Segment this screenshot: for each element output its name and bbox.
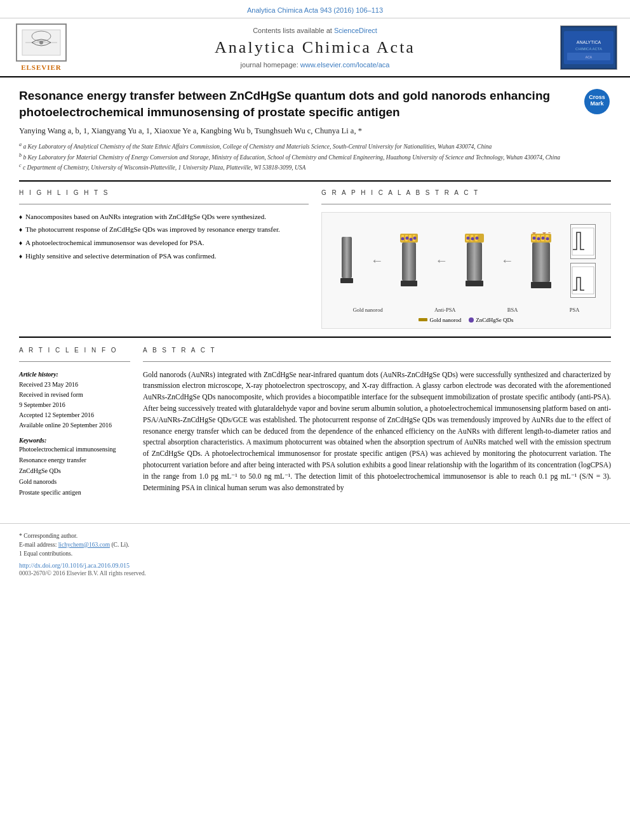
elsevier-graphic: [16, 23, 67, 62]
info-abstract-row: A R T I C L E I N F O Article history: R…: [19, 347, 611, 498]
svg-rect-45: [531, 282, 551, 288]
elsevier-text: ELSEVIER: [21, 63, 62, 71]
crossmark-badge[interactable]: Cross Mark: [583, 88, 611, 116]
page-footer: * Corresponding author. E-mail address: …: [0, 523, 630, 585]
footer-note: * Corresponding author. E-mail address: …: [19, 531, 611, 559]
bullet-2: ♦: [19, 225, 22, 235]
keyword-5: Prostate specific antigen: [19, 487, 130, 498]
legend-nanorods: Gold nanorod: [419, 317, 461, 323]
arrow-1: ←: [371, 253, 384, 268]
bullet-3: ♦: [19, 239, 22, 248]
arrow-3: ←: [501, 253, 514, 268]
journal-name-top: Analytica Chimica Acta 943 (2016) 106–11…: [247, 6, 383, 14]
highlight-item-3: ♦ A photoelectrochemical immunosensor wa…: [19, 238, 309, 248]
graphical-abstract-heading: G R A P H I C A L A B S T R A C T: [321, 189, 611, 196]
svg-point-23: [401, 237, 405, 241]
svg-point-35: [475, 237, 478, 240]
svg-point-33: [466, 237, 469, 240]
homepage-line: journal homepage: www.elsevier.com/locat…: [83, 61, 547, 69]
svg-point-24: [406, 237, 409, 240]
svg-rect-32: [466, 281, 483, 286]
svg-point-34: [471, 237, 474, 241]
svg-text:Mark: Mark: [590, 100, 604, 107]
header-band: ELSEVIER Contents lists available at Sci…: [0, 18, 630, 77]
ga-diagram: ←: [327, 218, 605, 304]
svg-point-53: [547, 232, 551, 233]
highlights-list: ♦ Nanocomposites based on AuNRs integrat…: [19, 212, 309, 262]
highlights-divider: [19, 204, 309, 204]
middle-divider: [19, 337, 611, 338]
ga-label-1: Gold nanorod: [353, 307, 383, 313]
legend-qds-label: ZnCdHgSe QDs: [476, 317, 513, 323]
crossmark-circle: Cross Mark: [584, 89, 610, 114]
svg-point-26: [413, 237, 417, 240]
corresponding-note: * Corresponding author.: [19, 531, 611, 540]
ga-labels: Gold nanorod Anti-PSA BSA PSA: [327, 307, 605, 313]
affiliation-c: c c Department of Chemistry, University …: [19, 162, 575, 172]
graphical-abstract-box: ←: [321, 212, 611, 329]
journal-header-bar: Analytica Chimica Acta 943 (2016) 106–11…: [0, 0, 630, 18]
ga-content: ←: [327, 218, 605, 323]
doi-link[interactable]: http://dx.doi.org/10.1016/j.aca.2016.09.…: [19, 562, 130, 569]
legend-rod-icon: [419, 318, 427, 321]
svg-text:ACA: ACA: [586, 55, 593, 59]
svg-point-3: [39, 41, 43, 44]
svg-point-46: [533, 236, 536, 239]
ga-label-4: PSA: [570, 307, 580, 313]
electrode-4: [527, 232, 555, 290]
waveform-before: [570, 224, 596, 259]
history-label: Article history:: [19, 370, 130, 380]
keyword-3: ZnCdHgSe QDs: [19, 465, 130, 476]
abstract-col: A B S T R A C T Gold nanorods (AuNRs) in…: [143, 347, 611, 498]
keywords-section: Keywords: Photoelectrochemical immunosen…: [19, 437, 130, 498]
svg-rect-21: [402, 243, 416, 281]
article-title-wrapper: Resonance energy transfer between ZnCdHg…: [19, 88, 575, 173]
svg-rect-15: [340, 278, 353, 283]
homepage-link[interactable]: www.elsevier.com/locate/aca: [300, 61, 390, 69]
article-info-heading: A R T I C L E I N F O: [19, 347, 130, 354]
svg-text:Cross: Cross: [589, 94, 605, 100]
waveform-after: [570, 263, 596, 298]
email-link[interactable]: lichychem@163.com: [58, 542, 110, 548]
abstract-text: Gold nanorods (AuNRs) integrated with Zn…: [143, 370, 611, 494]
ga-divider: [321, 204, 611, 204]
info-divider: [19, 361, 130, 362]
ga-label-3: BSA: [507, 307, 518, 313]
ga-legend: Gold nanorod ZnCdHgSe QDs: [327, 317, 605, 323]
article-history: Article history: Received 23 May 2016 Re…: [19, 370, 130, 430]
waveform-group: [570, 224, 596, 298]
ga-label-2: Anti-PSA: [434, 307, 456, 313]
footer-doi[interactable]: http://dx.doi.org/10.1016/j.aca.2016.09.…: [19, 562, 611, 569]
electrode-1: [337, 237, 357, 284]
abstract-heading: A B S T R A C T: [143, 347, 611, 354]
graphical-abstract-col: G R A P H I C A L A B S T R A C T: [321, 189, 611, 329]
authors-line: Yanying Wang a, b, 1, Xiangyang Yu a, 1,…: [19, 126, 575, 136]
highlight-item-4: ♦ Highly sensitive and selective determi…: [19, 251, 309, 262]
keyword-1: Photoelectrochemical immunosensing: [19, 444, 130, 455]
header-center: Contents lists available at ScienceDirec…: [70, 27, 560, 69]
bullet-4: ♦: [19, 252, 22, 262]
affiliation-a: a a Key Laboratory of Analytical Chemist…: [19, 141, 575, 151]
equal-contributions-note: 1 Equal contributions.: [19, 549, 611, 558]
electrode-3: [462, 234, 487, 288]
svg-point-48: [542, 236, 545, 239]
keyword-2: Resonance energy transfer: [19, 455, 130, 465]
legend-qd-dot: [469, 317, 474, 323]
electrode-2: [397, 234, 421, 288]
legend-nanorods-label: Gold nanorod: [429, 317, 461, 323]
highlights-abstract-row: H I G H L I G H T S ♦ Nanocomposites bas…: [19, 189, 611, 329]
science-direct-link[interactable]: ScienceDirect: [334, 27, 377, 34]
abstract-divider: [143, 361, 611, 362]
svg-rect-55: [572, 228, 594, 255]
highlights-heading: H I G H L I G H T S: [19, 189, 309, 196]
highlights-col: H I G H L I G H T S ♦ Nanocomposites bas…: [19, 189, 309, 329]
article-info-col: A R T I C L E I N F O Article history: R…: [19, 347, 130, 498]
journal-cover-image: ANALYTICA CHIMICA ACTA ACA: [560, 25, 617, 70]
history-online: Available online 20 September 2016: [19, 420, 130, 430]
affiliation-b: b b Key Laboratory for Material Chemistr…: [19, 152, 575, 162]
keywords-list: Photoelectrochemical immunosensing Reson…: [19, 444, 130, 498]
science-direct-line: Contents lists available at ScienceDirec…: [83, 27, 547, 34]
affiliations: a a Key Laboratory of Analytical Chemist…: [19, 141, 575, 172]
journal-title-main: Analytica Chimica Acta: [83, 38, 547, 57]
title-divider: [19, 180, 611, 182]
